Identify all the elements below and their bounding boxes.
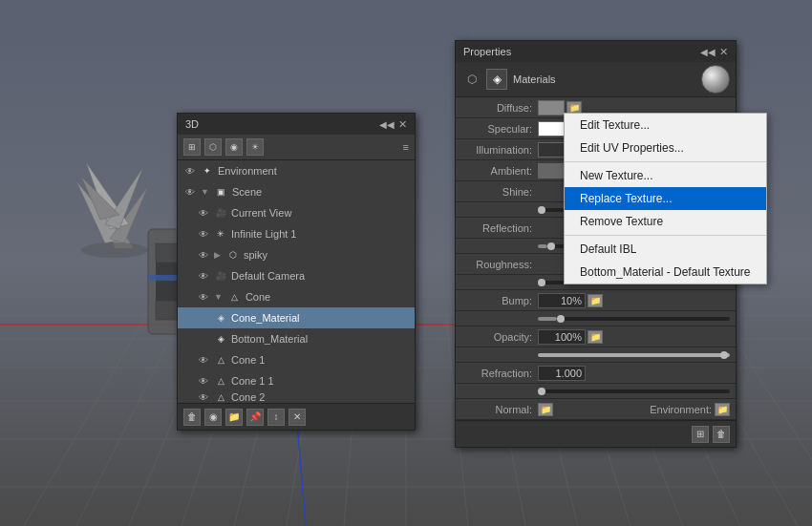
bump-slider[interactable]	[538, 317, 730, 321]
c2-eye-icon[interactable]: 👁	[197, 391, 210, 403]
footer-pin-icon[interactable]: 📌	[246, 409, 264, 426]
layer-bottom-material[interactable]: ◈ Bottom_Material	[178, 328, 415, 349]
3d-panel-title: 3D	[185, 118, 199, 130]
reflection-label: Reflection:	[461, 222, 538, 234]
illumination-swatch[interactable]	[538, 142, 565, 158]
ctx-bottom-material-default[interactable]: Bottom_Material - Default Texture	[565, 261, 766, 284]
3d-panel-toolbar: ⊞ ⬡ ◉ ☀ ≡	[178, 135, 415, 160]
ctx-default-ibl[interactable]: Default IBL	[565, 238, 766, 261]
3d-panel-collapse[interactable]: ◀◀	[379, 119, 395, 130]
scene-eye-icon[interactable]: 👁	[183, 185, 197, 199]
layer-environment[interactable]: 👁 ✦ Environment	[178, 160, 415, 181]
layer-scene[interactable]: 👁 ▼ ▣ Scene	[178, 181, 415, 202]
env-eye-icon[interactable]: 👁	[183, 164, 197, 178]
opacity-slider-row	[456, 347, 736, 363]
spiky-chevron: ▶	[214, 250, 221, 260]
layer-cone-material[interactable]: ◈ Cone_Material	[178, 307, 415, 328]
layer-cone11[interactable]: 👁 △ Cone 1 1	[178, 370, 415, 391]
context-menu: Edit Texture... Edit UV Properties... Ne…	[564, 113, 767, 284]
opacity-folder-icon[interactable]: 📁	[588, 330, 603, 344]
layer-default-camera[interactable]: 👁 🎥 Default Camera	[178, 265, 415, 286]
c11-eye-icon[interactable]: 👁	[197, 374, 210, 388]
refraction-slider[interactable]	[538, 389, 730, 393]
layer-cone[interactable]: 👁 ▼ △ Cone	[178, 286, 415, 307]
env-label: Environment	[218, 165, 415, 177]
c1-eye-icon[interactable]: 👁	[197, 353, 210, 367]
properties-header: Properties ◀◀ ✕	[456, 41, 736, 62]
3d-panel: 3D ◀◀ ✕ ⊞ ⬡ ◉ ☀ ≡ 👁 ✦ Environment 👁 ▼ ▣ …	[177, 113, 416, 431]
cone-chevron: ▼	[214, 292, 223, 302]
cm-icon: ◈	[214, 311, 227, 325]
specular-swatch[interactable]	[538, 121, 565, 137]
opacity-label: Opacity:	[461, 331, 538, 343]
normal-label: Normal:	[461, 404, 538, 415]
c11-icon: △	[214, 374, 227, 388]
bm-icon: ◈	[214, 332, 227, 346]
spiky-eye-icon[interactable]: 👁	[197, 248, 210, 262]
layer-cone2[interactable]: 👁 △ Cone 2	[178, 391, 415, 403]
refraction-label: Refraction:	[461, 368, 538, 379]
footer-delete-icon[interactable]: ✕	[288, 409, 306, 426]
footer-trash-icon[interactable]: 🗑	[183, 409, 201, 426]
3d-toolbar-scene-icon[interactable]: ⊞	[183, 138, 201, 156]
ctx-edit-uv[interactable]: Edit UV Properties...	[565, 137, 766, 159]
refraction-slider-row	[456, 384, 736, 399]
ambient-swatch[interactable]	[538, 163, 565, 179]
layer-infinite-light[interactable]: 👁 ✳ Infinite Light 1	[178, 223, 415, 244]
material-preview-sphere	[701, 65, 730, 94]
specular-label: Specular:	[461, 123, 538, 135]
illumination-label: Illumination:	[461, 144, 538, 156]
3d-toolbar-light-icon[interactable]: ☀	[246, 138, 264, 156]
refraction-input[interactable]	[538, 366, 586, 381]
cone-icon: △	[228, 290, 242, 304]
ctx-new-texture[interactable]: New Texture...	[565, 164, 766, 187]
c1-label: Cone 1	[231, 354, 415, 366]
ctx-replace-texture[interactable]: Replace Texture...	[565, 187, 766, 210]
environment-label: Environment:	[650, 404, 712, 415]
props-close[interactable]: ✕	[719, 46, 728, 58]
dc-eye-icon[interactable]: 👁	[197, 269, 210, 283]
il-icon: ✳	[214, 227, 227, 241]
cone-eye-icon[interactable]: 👁	[197, 290, 210, 304]
opacity-slider[interactable]	[538, 353, 730, 357]
bump-slider-row	[456, 311, 736, 326]
bump-input[interactable]	[538, 293, 586, 308]
layer-current-view[interactable]: 👁 🎥 Current View	[178, 202, 415, 223]
3d-toolbar-mesh-icon[interactable]: ⬡	[204, 138, 222, 156]
footer-sphere-icon[interactable]: ◉	[204, 409, 222, 426]
ctx-remove-texture[interactable]: Remove Texture	[565, 210, 766, 233]
layer-cone1[interactable]: 👁 △ Cone 1	[178, 349, 415, 370]
props-collapse[interactable]: ◀◀	[700, 47, 716, 57]
properties-title: Properties	[463, 46, 511, 57]
cv-label: Current View	[231, 207, 415, 219]
3d-toolbar-material-icon[interactable]: ◉	[225, 138, 243, 156]
normal-folder-icon[interactable]: 📁	[538, 403, 553, 416]
3d-panel-close[interactable]: ✕	[398, 118, 407, 131]
spiky-icon: ⬡	[226, 248, 240, 262]
diffuse-label: Diffuse:	[461, 102, 538, 114]
il-eye-icon[interactable]: 👁	[197, 227, 210, 241]
footer-arrow-icon[interactable]: ↕	[267, 409, 285, 426]
prop-footer-icon1[interactable]: ⊞	[692, 426, 709, 443]
scene-label: Scene	[232, 186, 415, 198]
ctx-edit-texture[interactable]: Edit Texture...	[565, 114, 766, 137]
opacity-input[interactable]	[538, 329, 586, 345]
il-label: Infinite Light 1	[231, 228, 415, 240]
3d-panel-menu-icon[interactable]: ≡	[403, 141, 409, 153]
cv-eye-icon[interactable]: 👁	[197, 206, 210, 220]
layer-spiky[interactable]: 👁 ▶ ⬡ spiky	[178, 244, 415, 265]
prop-footer-icon2[interactable]: 🗑	[713, 426, 730, 443]
tab-materials-icon[interactable]: ◈	[486, 69, 507, 90]
scene-icon: ▣	[215, 185, 228, 199]
footer-folder-icon[interactable]: 📁	[225, 409, 243, 426]
diffuse-swatch[interactable]	[538, 100, 565, 116]
normal-env-row: Normal: 📁 Environment: 📁	[456, 399, 736, 420]
refraction-row: Refraction:	[456, 363, 736, 384]
opacity-row: Opacity: 📁	[456, 326, 736, 347]
environment-folder-icon[interactable]: 📁	[715, 403, 730, 416]
shine-label: Shine:	[461, 186, 538, 198]
ctx-separator-2	[565, 235, 766, 236]
tab-materials-label: Materials	[513, 74, 556, 85]
tab-scene-icon[interactable]: ⬡	[461, 69, 482, 90]
bump-folder-icon[interactable]: 📁	[588, 294, 603, 307]
